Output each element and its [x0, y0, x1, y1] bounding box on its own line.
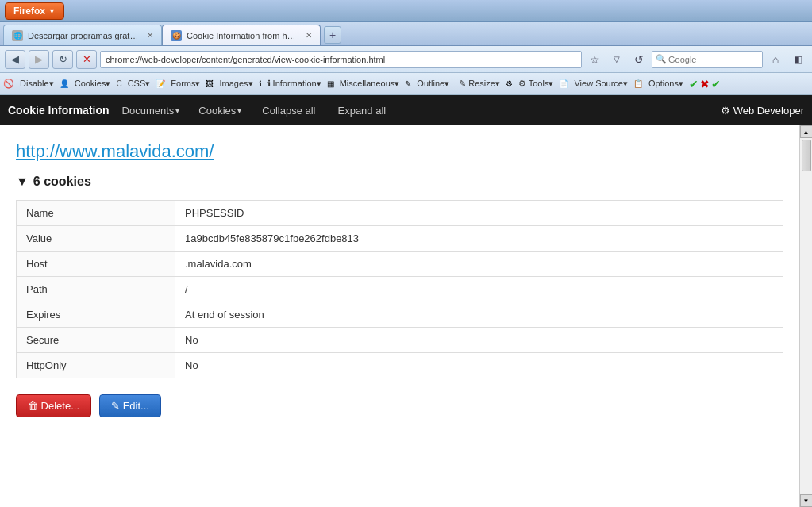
extensions-icon[interactable]: ◧ [788, 50, 807, 69]
field-value: 1a9bcdb45fe835879c1fbe262fdbe813 [175, 226, 783, 252]
field-label: HttpOnly [17, 353, 175, 378]
web-developer-label: ⚙ Web Developer [721, 105, 804, 117]
table-row: Path/ [17, 277, 783, 302]
field-label: Expires [17, 302, 175, 328]
address-input[interactable] [100, 51, 582, 68]
dev-cookies-menu[interactable]: Cookies ▾ [192, 102, 248, 120]
cookies-chevron-icon: ▾ [237, 106, 241, 115]
site-url-link[interactable]: http://www.malavida.com/ [16, 141, 783, 162]
toolbar-disable[interactable]: Disable▾ [16, 77, 58, 90]
tab1-label: Descargar programas gratis, software ... [28, 31, 139, 40]
toolbar-outline[interactable]: Outline▾ [413, 77, 453, 90]
tab-1[interactable]: 🌐 Descargar programas gratis, software .… [3, 25, 162, 45]
toolbar-miscellaneous[interactable]: Miscellaneous▾ [336, 77, 404, 90]
refresh-icon[interactable]: ↺ [629, 50, 648, 69]
scrollbar: ▲ ▼ [799, 125, 812, 507]
edit-button[interactable]: ✎ Edit... [99, 394, 161, 417]
content-wrapper: http://www.malavida.com/ ▼ 6 cookies Nam… [0, 125, 812, 507]
expand-all-button[interactable]: Expand all [329, 102, 394, 120]
firefox-menu-button[interactable]: Firefox [5, 2, 64, 20]
bookmark-history-icon[interactable]: ▽ [607, 50, 626, 69]
field-label: Host [17, 252, 175, 277]
documents-chevron-icon: ▾ [175, 106, 179, 115]
tab1-close-icon[interactable]: ✕ [147, 31, 153, 40]
content-area: http://www.malavida.com/ ▼ 6 cookies Nam… [0, 125, 799, 507]
cookie-table: NamePHPSESSIDValue1a9bcdb45fe835879c1fbe… [16, 200, 783, 378]
tab-2[interactable]: 🍪 Cookie Information from http://www... … [162, 25, 321, 45]
toolbar-information[interactable]: ℹ Information▾ [264, 77, 325, 90]
table-row: HttpOnlyNo [17, 353, 783, 378]
forward-button[interactable]: ▶ [29, 50, 49, 69]
tab2-close-icon[interactable]: ✕ [306, 31, 312, 40]
section-arrow-icon: ▼ [16, 175, 29, 189]
action-buttons-row: 🗑 Delete... ✎ Edit... [16, 394, 783, 417]
table-row: Host.malavida.com [17, 252, 783, 277]
web-developer-toolbar: 🚫 Disable▾ 👤 Cookies▾ C CSS▾ 📝 Forms▾ 🖼 … [0, 73, 812, 95]
search-engine-icon: 🔍 [656, 54, 667, 64]
field-value: PHPSESSID [175, 201, 783, 226]
field-label: Path [17, 277, 175, 302]
field-value: No [175, 353, 783, 378]
toolbar-view-source[interactable]: View Source▾ [570, 77, 632, 90]
toolbar-tools[interactable]: ⚙ Tools▾ [514, 77, 558, 90]
field-label: Name [17, 201, 175, 226]
table-row: ExpiresAt end of session [17, 302, 783, 328]
field-label: Value [17, 226, 175, 252]
scroll-thumb[interactable] [802, 140, 811, 171]
toolbar-resize[interactable]: ✎ Resize▾ [455, 77, 504, 90]
tab2-label: Cookie Information from http://www... [187, 31, 298, 40]
table-row: NamePHPSESSID [17, 201, 783, 226]
field-value: / [175, 277, 783, 302]
toolbar-css[interactable]: CSS▾ [124, 77, 155, 90]
search-input[interactable] [668, 55, 778, 64]
stop-button[interactable]: ✕ [76, 50, 97, 69]
field-value: At end of session [175, 302, 783, 328]
toolbar-forms[interactable]: Forms▾ [167, 77, 204, 90]
dev-toolbar: Cookie Information Documents ▾ Cookies ▾… [0, 95, 812, 125]
scroll-track [801, 138, 812, 494]
collapse-all-button[interactable]: Collapse all [254, 102, 323, 120]
search-box: 🔍 [652, 51, 763, 68]
tab1-favicon: 🌐 [12, 30, 23, 41]
tab2-favicon: 🍪 [171, 30, 182, 41]
section-title: 6 cookies [33, 175, 91, 189]
toolbar-options[interactable]: Options▾ [645, 77, 687, 90]
field-value: No [175, 328, 783, 353]
titlebar: Firefox [0, 0, 812, 22]
new-tab-button[interactable]: + [324, 26, 341, 44]
toolbar-images[interactable]: Images▾ [215, 77, 256, 90]
tabbar: 🌐 Descargar programas gratis, software .… [0, 22, 812, 46]
dev-toolbar-right: ⚙ Web Developer [721, 105, 804, 117]
dev-documents-menu[interactable]: Documents ▾ [116, 102, 187, 120]
section-header[interactable]: ▼ 6 cookies [16, 175, 783, 189]
field-label: Secure [17, 328, 175, 353]
delete-button[interactable]: 🗑 Delete... [16, 394, 91, 417]
home-icon[interactable]: ⌂ [766, 50, 785, 69]
scroll-up-arrow[interactable]: ▲ [800, 125, 813, 138]
toolbar-cookies[interactable]: Cookies▾ [71, 77, 115, 90]
table-row: Value1a9bcdb45fe835879c1fbe262fdbe813 [17, 226, 783, 252]
reload-button[interactable]: ↻ [52, 50, 73, 69]
dev-toolbar-title: Cookie Information [8, 104, 110, 117]
field-value: .malavida.com [175, 252, 783, 277]
back-button[interactable]: ◀ [5, 50, 25, 69]
bookmark-star-icon[interactable]: ☆ [585, 50, 604, 69]
table-row: SecureNo [17, 328, 783, 353]
addressbar: ◀ ▶ ↻ ✕ ☆ ▽ ↺ 🔍 ⌂ ◧ [0, 46, 812, 73]
scroll-down-arrow[interactable]: ▼ [800, 494, 813, 507]
